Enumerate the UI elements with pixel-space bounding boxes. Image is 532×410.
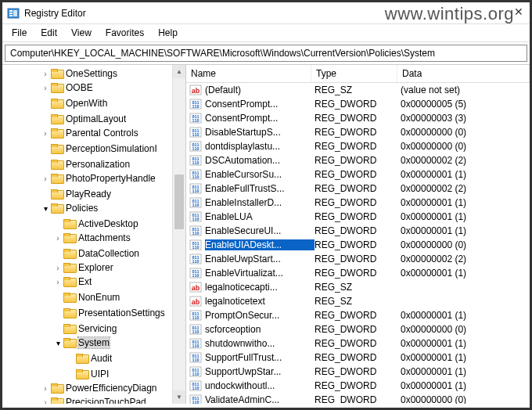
dword-value-icon: 011110 (189, 337, 202, 350)
value-name: EnableVirtualizat... (205, 268, 315, 279)
list-row[interactable]: 011110SupportUwpStar...REG_DWORD0x000000… (186, 365, 530, 379)
tree-item[interactable]: ›OneSettings (2, 67, 185, 81)
value-data: 0x00000001 (1) (401, 310, 530, 321)
tree-item[interactable]: NonEnum (2, 290, 185, 304)
chevron-right-icon[interactable]: › (52, 264, 63, 272)
list-row[interactable]: ablegalnoticecapti...REG_SZ (186, 280, 530, 294)
list-row[interactable]: 011110SupportFullTrust...REG_DWORD0x0000… (186, 351, 530, 365)
list-row[interactable]: 011110ConsentPrompt...REG_DWORD0x0000000… (186, 111, 530, 125)
list-row[interactable]: 011110EnableUwpStart...REG_DWORD0x000000… (186, 252, 530, 266)
scroll-up-icon[interactable]: ▲ (173, 65, 185, 78)
tree-item[interactable]: ›Explorer (2, 261, 185, 275)
address-bar[interactable]: Computer\HKEY_LOCAL_MACHINE\SOFTWARE\Mic… (5, 45, 527, 62)
chevron-right-icon[interactable]: › (40, 398, 51, 405)
list-row[interactable]: ablegalnoticetextREG_SZ (186, 294, 530, 308)
menu-edit[interactable]: Edit (34, 26, 63, 40)
chevron-right-icon[interactable]: › (40, 384, 51, 393)
app-icon (7, 7, 20, 20)
list-row[interactable]: 011110DSCAutomation...REG_DWORD0x0000000… (186, 153, 530, 167)
svg-text:ab: ab (192, 298, 200, 306)
tree-item[interactable]: Servicing (2, 322, 185, 336)
tree-item[interactable]: ›PowerEfficiencyDiagn (2, 381, 185, 395)
tree-item[interactable]: ›Ext (2, 275, 185, 289)
tree-item[interactable]: PlayReady (2, 187, 185, 201)
tree-item[interactable]: UIPI (2, 367, 185, 381)
list-row[interactable]: 011110EnableInstallerD...REG_DWORD0x0000… (186, 196, 530, 210)
list-row[interactable]: 011110undockwithoutl...REG_DWORD0x000000… (186, 379, 530, 393)
menu-view[interactable]: View (65, 26, 98, 40)
list-row[interactable]: 011110EnableVirtualizat...REG_DWORD0x000… (186, 266, 530, 280)
value-name: legalnoticetext (205, 296, 315, 307)
tree-item[interactable]: Audit (2, 351, 185, 365)
chevron-right-icon[interactable]: › (52, 234, 63, 243)
tree-item[interactable]: PerceptionSimulationI (2, 142, 185, 156)
list-row[interactable]: 011110DisableStartupS...REG_DWORD0x00000… (186, 125, 530, 139)
tree-item[interactable]: DataCollection (2, 246, 185, 261)
svg-text:110: 110 (192, 174, 199, 179)
chevron-right-icon[interactable]: › (40, 129, 51, 138)
chevron-right-icon[interactable]: › (40, 174, 51, 183)
list-row[interactable]: 011110EnableCursorSu...REG_DWORD0x000000… (186, 167, 530, 182)
tree-item[interactable]: ›Parental Controls (2, 126, 185, 140)
chevron-down-icon[interactable]: ▾ (52, 339, 63, 347)
value-type: REG_DWORD (315, 113, 401, 124)
list-row[interactable]: 011110EnableSecureUI...REG_DWORD0x000000… (186, 224, 530, 238)
list-row[interactable]: 011110ValidateAdminC...REG_DWORD0x000000… (186, 393, 530, 404)
list-body[interactable]: ab(Default)REG_SZ(value not set)011110Co… (186, 83, 530, 404)
dword-value-icon: 011110 (189, 98, 202, 110)
svg-text:110: 110 (192, 203, 199, 207)
tree-item[interactable]: ›PhotoPropertyHandle (2, 171, 185, 185)
dword-value-icon: 011110 (189, 379, 202, 392)
tree-item[interactable]: OpenWith (2, 96, 185, 110)
value-data: 0x00000001 (1) (401, 225, 530, 236)
column-data[interactable]: Data (397, 65, 530, 82)
scroll-thumb[interactable] (174, 174, 184, 229)
menu-favorites[interactable]: Favorites (99, 26, 150, 40)
svg-text:110: 110 (192, 160, 199, 165)
list-row[interactable]: 011110ConsentPrompt...REG_DWORD0x0000000… (186, 97, 530, 111)
svg-text:110: 110 (192, 400, 199, 404)
window-title: Registry Editor (24, 8, 86, 19)
menu-file[interactable]: File (5, 26, 33, 40)
chevron-down-icon[interactable]: ▾ (40, 204, 51, 213)
tree-label: PresentationSettings (78, 308, 165, 318)
menu-help[interactable]: Help (152, 26, 184, 40)
dword-value-icon: 011110 (189, 196, 202, 209)
tree-label: UIPI (91, 369, 109, 379)
dword-value-icon: 011110 (189, 225, 202, 237)
list-row[interactable]: 011110EnableUIADeskt...REG_DWORD0x000000… (186, 238, 530, 252)
tree-item[interactable]: PresentationSettings (2, 306, 185, 320)
scroll-down-icon[interactable]: ▼ (173, 390, 185, 404)
column-type[interactable]: Type (311, 65, 397, 82)
chevron-right-icon[interactable]: › (40, 70, 51, 78)
list-row[interactable]: 011110shutdownwitho...REG_DWORD0x0000000… (186, 336, 530, 351)
tree-item[interactable]: ›Attachments (2, 231, 185, 245)
list-row[interactable]: 011110EnableFullTrustS...REG_DWORD0x0000… (186, 182, 530, 196)
column-name[interactable]: Name (186, 65, 311, 82)
list-row[interactable]: ab(Default)REG_SZ(value not set) (186, 83, 530, 97)
svg-text:110: 110 (192, 315, 199, 320)
list-row[interactable]: 011110EnableLUAREG_DWORD0x00000001 (1) (186, 210, 530, 224)
svg-text:110: 110 (192, 118, 199, 123)
tree-item[interactable]: ›PrecisionTouchPad (2, 395, 185, 404)
close-icon[interactable]: ✕ (514, 5, 523, 18)
folder-icon (51, 397, 63, 405)
list-row[interactable]: 011110dontdisplaylastu...REG_DWORD0x0000… (186, 139, 530, 153)
tree-item[interactable]: Personalization (2, 157, 185, 171)
tree-item[interactable]: OptimalLayout (2, 112, 185, 126)
tree-item[interactable]: ▾System (2, 336, 185, 350)
list-row[interactable]: 011110scforceoptionREG_DWORD0x00000000 (… (186, 322, 530, 336)
chevron-right-icon[interactable]: › (52, 278, 63, 286)
tree-pane[interactable]: ›OneSettings›OOBEOpenWithOptimalLayout›P… (2, 65, 186, 404)
tree-scrollbar[interactable]: ▲ ▼ (172, 65, 185, 404)
menubar: File Edit View Favorites Help (2, 24, 530, 42)
tree-label: Policies (66, 203, 98, 214)
list-row[interactable]: 011110PromptOnSecur...REG_DWORD0x0000000… (186, 308, 530, 322)
value-type: REG_DWORD (315, 225, 401, 236)
tree-item[interactable]: ActiveDesktop (2, 217, 185, 231)
value-data: 0x00000001 (1) (401, 338, 530, 349)
chevron-right-icon[interactable]: › (40, 84, 51, 92)
tree-item[interactable]: ›OOBE (2, 81, 185, 95)
tree-item[interactable]: ▾Policies (2, 201, 185, 215)
value-data: 0x00000002 (2) (401, 254, 530, 264)
